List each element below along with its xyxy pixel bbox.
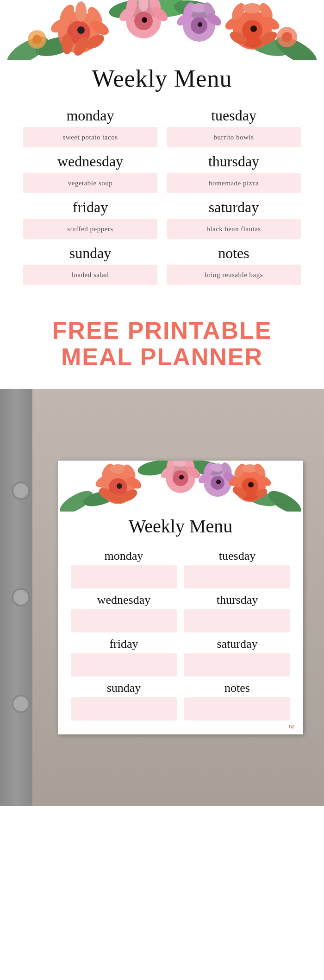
svg-point-17 <box>62 34 73 54</box>
p-notes-box <box>184 697 290 721</box>
svg-point-48 <box>282 32 292 42</box>
friday-col: friday stuffed peppers <box>23 193 157 239</box>
sunday-meal: loaded salad <box>23 265 157 285</box>
wednesday-col: wednesday vegetable soup <box>23 147 157 193</box>
wednesday-label: wednesday <box>23 153 157 170</box>
friday-label: friday <box>23 199 157 216</box>
svg-point-20 <box>142 17 147 23</box>
p-sunday-label: sunday <box>71 681 177 695</box>
friday-meal: stuffed peppers <box>23 219 157 239</box>
sunday-col: sunday loaded salad <box>23 239 157 285</box>
printable-page: Weekly Menu monday tuesday wednesday thu… <box>58 461 303 734</box>
svg-point-9 <box>77 26 85 34</box>
svg-point-39 <box>243 3 262 13</box>
p-monday-label: monday <box>71 549 177 563</box>
p-monday-box <box>71 565 177 588</box>
binder-ring-top <box>12 481 30 500</box>
p-saturday-box <box>184 653 290 677</box>
p-saturday-label: saturday <box>184 637 290 651</box>
p-wednesday-label: wednesday <box>71 593 177 607</box>
monday-label: monday <box>23 107 157 124</box>
p-thursday-box <box>184 609 290 632</box>
notes-label: notes <box>167 245 301 262</box>
binder-ring-bot <box>12 695 30 713</box>
p-saturday-col: saturday <box>184 632 290 677</box>
sunday-label: sunday <box>23 245 157 262</box>
thursday-meal: homemade pizza <box>167 173 301 193</box>
saturday-meal: black bean flautas <box>167 219 301 239</box>
p-friday-label: friday <box>71 637 177 651</box>
p-tuesday-col: tuesday <box>184 544 290 588</box>
p-monday-col: monday <box>71 544 177 588</box>
svg-point-12 <box>75 1 87 22</box>
binder-ring-mid <box>12 588 30 607</box>
printable-floral-header <box>58 461 303 512</box>
svg-point-58 <box>117 483 122 489</box>
tuesday-col: tuesday burrito bowls <box>167 101 301 147</box>
p-friday-col: friday <box>71 632 177 677</box>
p-wednesday-col: wednesday <box>71 588 177 632</box>
saturday-label: saturday <box>167 199 301 216</box>
p-sunday-box <box>71 697 177 721</box>
p-thursday-label: thursday <box>184 593 290 607</box>
binder-section: Weekly Menu monday tuesday wednesday thu… <box>0 389 324 806</box>
thursday-label: thursday <box>167 153 301 170</box>
p-tuesday-box <box>184 565 290 588</box>
notes-meal: bring reusable bags <box>167 265 301 285</box>
thursday-col: thursday homemade pizza <box>167 147 301 193</box>
p-sunday-col: sunday <box>71 677 177 721</box>
menu-grid: monday sweet potato tacos tuesday burrit… <box>5 101 319 285</box>
wednesday-meal: vegetable soup <box>23 173 157 193</box>
top-section: Weekly Menu monday sweet potato tacos tu… <box>0 0 324 299</box>
p-thursday-col: thursday <box>184 588 290 632</box>
tuesday-label: tuesday <box>167 107 301 124</box>
binder-spine <box>0 389 32 806</box>
p-tuesday-label: tuesday <box>184 549 290 563</box>
page-title: Weekly Menu <box>0 65 324 92</box>
p-notes-col: notes <box>184 677 290 721</box>
svg-point-28 <box>198 22 202 27</box>
svg-point-36 <box>250 25 257 32</box>
binder-background: Weekly Menu monday tuesday wednesday thu… <box>0 389 324 806</box>
promo-section: FREE PRINTABLE MEAL PLANNER <box>0 299 324 389</box>
printable-grid: monday tuesday wednesday thursday friday <box>58 544 303 721</box>
p-friday-box <box>71 653 177 677</box>
notes-col: notes bring reusable bags <box>167 239 301 285</box>
promo-line2: MEAL PLANNER <box>9 344 315 370</box>
promo-line1: FREE PRINTABLE <box>9 317 315 344</box>
svg-point-77 <box>216 480 221 484</box>
floral-header <box>0 0 324 60</box>
p-wednesday-box <box>71 609 177 632</box>
svg-point-69 <box>179 475 184 480</box>
svg-point-85 <box>248 482 254 487</box>
saturday-col: saturday black bean flautas <box>167 193 301 239</box>
printable-title: Weekly Menu <box>58 515 303 537</box>
svg-point-52 <box>265 487 303 512</box>
tuesday-meal: burrito bowls <box>167 127 301 147</box>
rg-logo: rg <box>289 722 294 730</box>
monday-meal: sweet potato tacos <box>23 127 157 147</box>
monday-col: monday sweet potato tacos <box>23 101 157 147</box>
svg-point-46 <box>32 35 42 44</box>
p-notes-label: notes <box>184 681 290 695</box>
